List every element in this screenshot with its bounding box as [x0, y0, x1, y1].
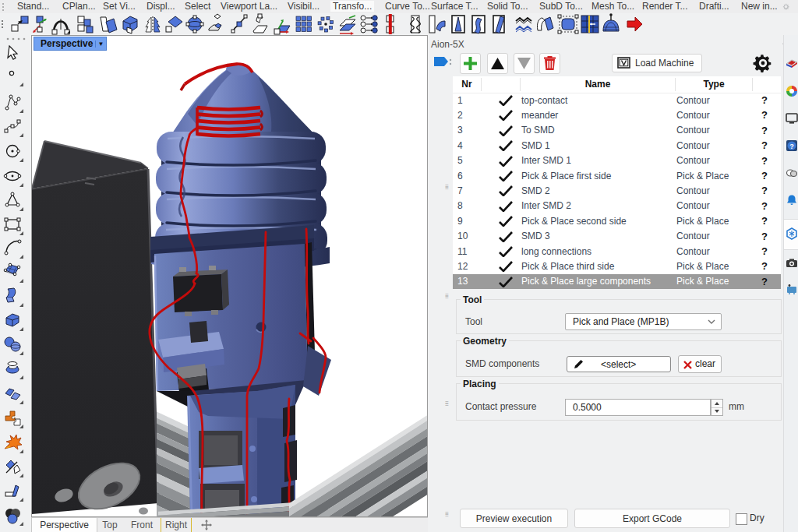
svg-text:?: ?	[789, 143, 794, 150]
